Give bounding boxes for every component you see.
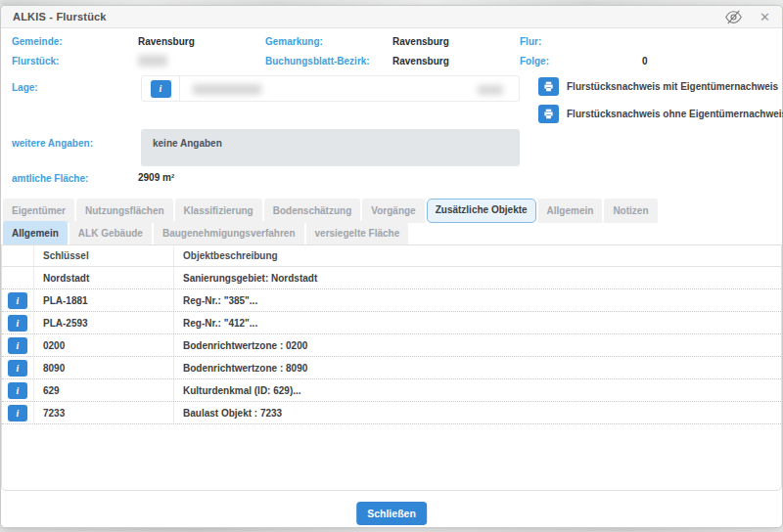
info-icon[interactable]: i [151,80,171,98]
info-icon[interactable]: i [8,360,27,377]
table-header-schluessel: Schlüssel [34,245,174,266]
row-description: Kulturdenkmal (ID: 629)... [174,385,781,396]
row-key: PLA-2593 [34,312,174,333]
tab-bodenschaetzung[interactable]: Bodenschätzung [264,199,361,223]
flur-label: Flur: [520,36,541,47]
flurstueck-value-redacted [138,55,167,66]
info-icon[interactable]: i [8,337,27,354]
tab-allgemein[interactable]: Allgemein [538,199,603,223]
tab-notizen[interactable]: Notizen [604,199,657,223]
row-description: Baulast Objekt : 7233 [174,408,781,419]
subtab-versiegelte-flaeche[interactable]: versiegelte Fläche [306,221,409,245]
subtab-baugenehmigungsverfahren[interactable]: Baugenehmigungsverfahren [154,221,304,245]
folge-value: 0 [642,56,648,66]
row-key: 629 [34,379,174,401]
table-header-objektbeschreibung: Objektbeschreibung [174,250,781,261]
lage-address-redacted [193,84,261,95]
flurstueck-label: Flurstück: [12,56,59,66]
sub-tab-bar: Allgemein ALK Gebäude Baugenehmigungsver… [3,221,408,245]
row-key: 0200 [34,334,174,356]
print-mit-label: Flurstücksnachweis mit Eigentümernachwei… [567,81,778,92]
table-row: i PLA-1881 Reg-Nr.: "385"... [2,289,781,312]
subtab-alk-gebaeude[interactable]: ALK Gebäude [69,221,152,245]
amtliche-flaeche-value: 2909 m² [138,172,174,183]
subtab-allgemein[interactable]: Allgemein [3,221,68,245]
row-key: PLA-1881 [34,289,174,311]
row-description: Reg-Nr.: "412"... [174,318,781,329]
row-description: Reg-Nr.: "385"... [174,295,781,306]
alkis-flurstueck-dialog: ALKIS - Flurstück ✕ Gemeinde: Ravensburg… [0,5,783,528]
lage-list-item[interactable]: i [141,75,520,102]
gemeinde-value: Ravensburg [138,36,195,47]
print-flurstuecksnachweis-mit-button[interactable]: Flurstücksnachweis mit Eigentümernachwei… [538,76,778,96]
dialog-title: ALKIS - Flurstück [13,11,107,22]
row-key: Nordstadt [34,267,174,288]
buchungsblatt-bezirk-value: Ravensburg [392,56,449,66]
tab-content-panel: Schlüssel Objektbeschreibung Nordstadt S… [1,244,782,491]
weitere-angaben-label: weitere Angaben: [12,138,93,149]
row-description: Bodenrichtwertzone : 0200 [174,340,781,351]
close-icon[interactable]: ✕ [760,10,770,25]
table-row: i 629 Kulturdenkmal (ID: 629)... [2,379,781,402]
tab-nutzungsflaechen[interactable]: Nutzungsflächen [76,199,173,223]
info-icon[interactable]: i [8,405,27,421]
weitere-angaben-value: keine Angaben [153,138,222,149]
gemarkung-label: Gemarkung: [265,36,323,47]
table-row: Nordstadt Sanierungsgebiet: Nordstadt [2,267,781,289]
row-key: 7233 [34,402,174,423]
schliessen-button[interactable]: Schließen [356,502,427,525]
lage-housenumber-redacted [478,85,503,95]
printer-icon [538,105,559,123]
gemeinde-label: Gemeinde: [12,36,63,47]
tab-zusaetzliche-objekte[interactable]: Zusätzliche Objekte [427,199,536,223]
print-flurstuecksnachweis-ohne-button[interactable]: Flurstücksnachweis ohne Eigentümernachwe… [538,104,783,123]
tab-vorgaenge[interactable]: Vorgänge [362,199,424,223]
row-key: 8090 [34,357,174,378]
info-icon[interactable]: i [8,292,27,309]
table-row: i 0200 Bodenrichtwertzone : 0200 [2,334,781,357]
lage-label: Lage: [12,82,38,93]
printer-icon [538,77,559,96]
print-ohne-label: Flurstücksnachweis ohne Eigentümernachwe… [567,109,783,119]
tab-klassifizierung[interactable]: Klassifizierung [175,199,262,223]
table-row: i 8090 Bodenrichtwertzone : 8090 [2,357,781,379]
main-tab-bar: Eigentümer Nutzungsflächen Klassifizieru… [3,199,658,223]
table-header: Schlüssel Objektbeschreibung [2,245,781,267]
weitere-angaben-box: keine Angaben [141,129,520,166]
table-row: i PLA-2593 Reg-Nr.: "412"... [2,312,781,334]
amtliche-flaeche-label: amtliche Fläche: [12,173,88,184]
table-row: i 7233 Baulast Objekt : 7233 [2,402,781,424]
info-icon[interactable]: i [8,315,27,332]
tab-eigentuemer[interactable]: Eigentümer [3,199,74,223]
row-description: Bodenrichtwertzone : 8090 [174,363,781,374]
buchungsblatt-bezirk-label: Buchungsblatt-Bezirk: [265,56,370,66]
eye-slash-icon[interactable] [724,9,743,29]
dialog-titlebar: ALKIS - Flurstück ✕ [1,6,782,28]
folge-label: Folge: [520,56,549,66]
row-description: Sanierungsgebiet: Nordstadt [174,273,781,284]
gemarkung-value: Ravensburg [392,36,449,47]
lage-info-cell: i [142,76,180,101]
info-icon[interactable]: i [8,382,27,399]
table-header-icon-col [2,245,34,266]
